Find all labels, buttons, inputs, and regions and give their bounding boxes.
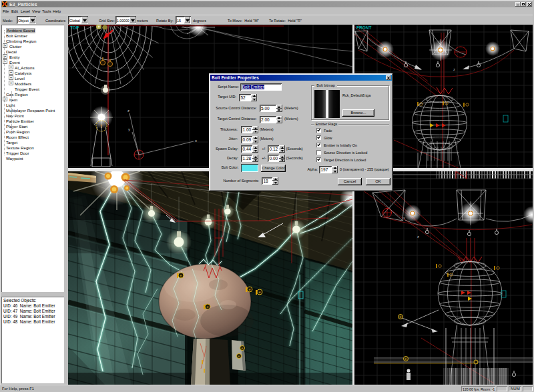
svg-text:y: y <box>128 127 130 131</box>
svg-text:e: e <box>248 287 250 291</box>
svg-text:e: e <box>238 354 240 358</box>
svg-text:e: e <box>258 290 260 294</box>
svg-text:z: z <box>127 109 129 113</box>
svg-text:TOP: TOP <box>70 25 79 30</box>
svg-text:z: z <box>453 67 455 71</box>
svg-text:e: e <box>180 273 182 277</box>
svg-text:z: z <box>417 235 419 239</box>
svg-text:e: e <box>206 305 208 309</box>
svg-text:e: e <box>405 357 407 361</box>
svg-text:e: e <box>400 315 402 319</box>
svg-text:e: e <box>242 346 244 350</box>
svg-text:x: x <box>195 139 197 143</box>
svg-text:FRONT: FRONT <box>356 25 371 30</box>
